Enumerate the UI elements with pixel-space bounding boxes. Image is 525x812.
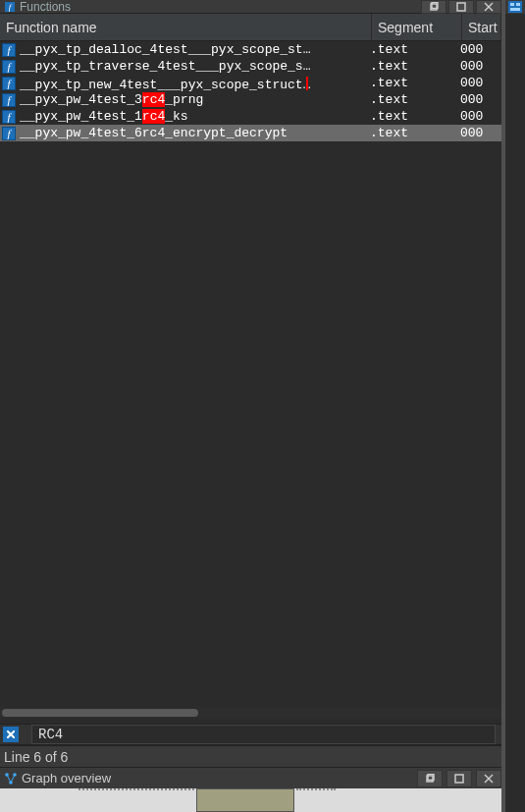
start-cell: 000 <box>460 126 483 140</box>
text-caret <box>306 77 308 90</box>
graph-overview-title: Graph overview <box>22 771 111 785</box>
segment-cell: .text <box>370 126 460 140</box>
function-icon: f <box>2 60 16 74</box>
start-cell: 000 <box>460 76 483 90</box>
svg-rect-16 <box>455 775 463 783</box>
function-icon: f <box>2 93 16 107</box>
function-name-cell: __pyx_pw_4test_6rc4_encrypt_decrypt <box>20 126 370 140</box>
table-row[interactable]: f__pyx_pw_4test_1rc4_ks.text000 <box>0 108 501 125</box>
functions-panel-titlebar: f Functions <box>0 0 501 14</box>
graph-overview-icon <box>4 772 18 785</box>
function-icon: f <box>2 43 16 57</box>
column-header-start[interactable]: Start <box>462 14 501 40</box>
panel-close-button[interactable] <box>476 0 501 14</box>
functions-column-headers: Function name Segment Start <box>0 14 501 41</box>
panel-splitter[interactable] <box>501 0 505 812</box>
function-name-cell: __pyx_tp_dealloc_4test___pyx_scope_st… <box>20 42 370 57</box>
segment-cell: .text <box>370 92 460 107</box>
svg-rect-21 <box>516 3 520 6</box>
table-row[interactable]: f__pyx_pw_4test_6rc4_encrypt_decrypt.tex… <box>0 125 501 141</box>
segment-cell: .text <box>370 42 460 57</box>
segment-cell: .text <box>370 109 460 124</box>
graph-dots-right <box>296 788 336 791</box>
column-header-segment[interactable]: Segment <box>372 14 462 40</box>
graph-overview-canvas[interactable] <box>0 788 501 812</box>
table-row[interactable]: f__pyx_tp_dealloc_4test___pyx_scope_st….… <box>0 41 501 58</box>
functions-list[interactable]: f__pyx_tp_dealloc_4test___pyx_scope_st….… <box>0 41 501 141</box>
function-icon: f <box>2 127 16 140</box>
svg-rect-22 <box>510 8 520 11</box>
function-name-cell: __pyx_tp_traverse_4test___pyx_scope_s… <box>20 59 370 74</box>
functions-panel-title: Functions <box>20 0 71 14</box>
graph-restore-button[interactable] <box>417 770 443 787</box>
functions-list-empty-area <box>0 141 501 708</box>
functions-status-line: Line 6 of 6 <box>0 745 501 767</box>
function-name-cell: __pyx_tp_new_4test___pyx_scope_struct… <box>20 75 370 92</box>
adjacent-panel-icon <box>505 0 525 14</box>
start-cell: 000 <box>460 92 483 107</box>
table-row[interactable]: f__pyx_tp_traverse_4test___pyx_scope_s….… <box>0 58 501 75</box>
column-header-function-name[interactable]: Function name <box>0 14 372 40</box>
graph-overview-titlebar: Graph overview <box>0 767 501 788</box>
segment-cell: .text <box>370 76 460 90</box>
svg-rect-4 <box>457 3 465 11</box>
table-row[interactable]: f__pyx_pw_4test_3rc4_prng.text000 <box>0 91 501 108</box>
clear-search-button[interactable] <box>2 726 20 743</box>
start-cell: 000 <box>460 109 483 124</box>
functions-hscrollbar-thumb[interactable] <box>2 709 198 717</box>
functions-hscrollbar[interactable] <box>0 708 501 718</box>
svg-rect-20 <box>510 3 514 6</box>
start-cell: 000 <box>460 42 483 57</box>
panel-maximize-button[interactable] <box>448 0 474 14</box>
search-input[interactable] <box>31 725 496 744</box>
functions-search-bar <box>0 724 501 745</box>
panel-restore-button[interactable] <box>421 0 446 14</box>
function-name-cell: __pyx_pw_4test_1rc4_ks <box>20 109 370 124</box>
svg-line-12 <box>7 775 11 783</box>
function-name-cell: __pyx_pw_4test_3rc4_prng <box>20 92 370 107</box>
functions-panel-icon: f <box>4 1 16 13</box>
graph-visible-block[interactable] <box>196 788 294 812</box>
function-icon: f <box>2 77 16 90</box>
start-cell: 000 <box>460 59 483 74</box>
graph-close-button[interactable] <box>476 770 501 787</box>
graph-maximize-button[interactable] <box>446 770 472 787</box>
segment-cell: .text <box>370 59 460 74</box>
svg-line-13 <box>11 775 15 783</box>
table-row[interactable]: f__pyx_tp_new_4test___pyx_scope_struct….… <box>0 75 501 91</box>
function-icon: f <box>2 110 16 124</box>
graph-dots-left <box>79 788 194 791</box>
svg-rect-19 <box>508 1 522 13</box>
